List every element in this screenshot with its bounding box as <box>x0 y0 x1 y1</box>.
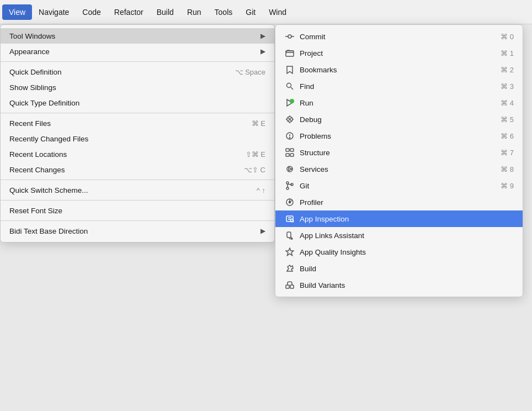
app-inspection-icon <box>284 213 295 224</box>
menu-tools[interactable]: Tools <box>208 4 240 20</box>
svg-marker-16 <box>289 167 292 171</box>
menu-item-quick-switch-scheme[interactable]: Quick Switch Scheme... ^ ↑ <box>1 182 274 198</box>
app-quality-icon <box>284 246 295 257</box>
structure-icon <box>284 147 295 158</box>
svg-rect-11 <box>286 149 289 151</box>
menu-item-git[interactable]: Git ⌘ 9 <box>275 177 523 194</box>
build-variants-icon <box>284 280 295 291</box>
menu-item-recent-files[interactable]: Recent Files ⌘ E <box>1 115 274 131</box>
project-icon <box>284 48 295 59</box>
menu-item-structure[interactable]: Structure ⌘ 7 <box>275 144 523 161</box>
svg-rect-29 <box>290 285 294 288</box>
menu-git[interactable]: Git <box>239 4 262 20</box>
git-icon <box>284 180 295 191</box>
left-menu-panel: Tool Windows ▶ Appearance ▶ Quick Defini… <box>0 24 275 243</box>
menu-build[interactable]: Build <box>150 4 180 20</box>
profiler-icon <box>284 197 295 208</box>
menu-item-bidi-text[interactable]: Bidi Text Base Direction ▶ <box>1 223 274 239</box>
svg-rect-14 <box>290 154 294 156</box>
build-icon <box>284 263 295 274</box>
problems-icon <box>284 130 295 141</box>
run-dot <box>290 99 294 103</box>
svg-line-25 <box>293 222 294 223</box>
menu-item-tool-windows[interactable]: Tool Windows ▶ <box>1 28 274 44</box>
menu-item-build-variants[interactable]: Build Variants <box>275 277 523 293</box>
menu-code[interactable]: Code <box>76 4 107 20</box>
menu-item-appearance[interactable]: Appearance ▶ <box>1 44 274 59</box>
separator-1 <box>1 61 274 62</box>
svg-rect-12 <box>290 149 294 151</box>
menu-item-services[interactable]: Services ⌘ 8 <box>275 161 523 177</box>
menu-refactor[interactable]: Refactor <box>108 4 150 20</box>
services-icon <box>284 164 295 175</box>
menu-bar: View Navigate Code Refactor Build Run To… <box>0 0 532 24</box>
menu-item-bookmarks[interactable]: Bookmarks ⌘ 2 <box>275 61 523 78</box>
app-links-icon <box>284 230 295 241</box>
separator-4 <box>1 200 274 201</box>
menu-item-debug[interactable]: Debug ⌘ 5 <box>275 111 523 128</box>
menu-item-app-inspection[interactable]: App Inspection <box>275 210 523 227</box>
separator-5 <box>1 220 274 221</box>
svg-rect-13 <box>286 154 289 156</box>
commit-icon <box>284 31 295 42</box>
menu-item-recently-changed-files[interactable]: Recently Changed Files <box>1 131 274 146</box>
menu-item-problems[interactable]: Problems ⌘ 6 <box>275 128 523 144</box>
menu-item-build[interactable]: Build <box>275 260 523 277</box>
svg-marker-27 <box>286 248 294 256</box>
dropdown-container: Tool Windows ▶ Appearance ▶ Quick Defini… <box>0 24 275 243</box>
menu-item-recent-locations[interactable]: Recent Locations ⇧⌘ E <box>1 146 274 162</box>
menu-view[interactable]: View <box>2 4 32 20</box>
menu-item-commit[interactable]: Commit ⌘ 0 <box>275 28 523 45</box>
svg-point-17 <box>286 182 289 184</box>
menu-item-reset-font-size[interactable]: Reset Font Size <box>1 203 274 218</box>
find-icon <box>284 81 295 92</box>
debug-icon <box>284 114 295 125</box>
menu-item-run[interactable]: Run ⌘ 4 <box>275 94 523 111</box>
menu-wind[interactable]: Wind <box>262 4 293 20</box>
menu-item-project[interactable]: Project ⌘ 1 <box>275 45 523 61</box>
menu-item-quick-type-definition[interactable]: Quick Type Definition <box>1 95 274 110</box>
menu-run[interactable]: Run <box>180 4 208 20</box>
menu-item-quick-definition[interactable]: Quick Definition ⌥ Space <box>1 64 274 80</box>
separator-2 <box>1 113 274 113</box>
right-menu-panel: Commit ⌘ 0 Project ⌘ 1 Bookmarks <box>275 24 523 297</box>
svg-point-18 <box>286 187 289 189</box>
svg-point-22 <box>289 202 291 203</box>
svg-point-0 <box>288 35 291 38</box>
svg-rect-28 <box>286 285 289 288</box>
svg-line-5 <box>291 87 293 89</box>
menu-item-app-quality-insights[interactable]: App Quality Insights <box>275 244 523 260</box>
run-icon <box>284 97 295 108</box>
svg-rect-3 <box>286 51 294 56</box>
svg-point-10 <box>289 138 290 139</box>
menu-item-show-siblings[interactable]: Show Siblings <box>1 80 274 95</box>
separator-3 <box>1 180 274 180</box>
bookmark-icon <box>284 64 295 75</box>
menu-item-find[interactable]: Find ⌘ 3 <box>275 78 523 94</box>
menu-navigate[interactable]: Navigate <box>32 4 76 20</box>
menu-item-profiler[interactable]: Profiler <box>275 194 523 210</box>
menu-item-recent-changes[interactable]: Recent Changes ⌥⇧ C <box>1 162 274 177</box>
svg-point-4 <box>287 83 291 88</box>
svg-rect-26 <box>287 232 291 238</box>
menu-item-app-links-assistant[interactable]: App Links Assistant <box>275 227 523 244</box>
